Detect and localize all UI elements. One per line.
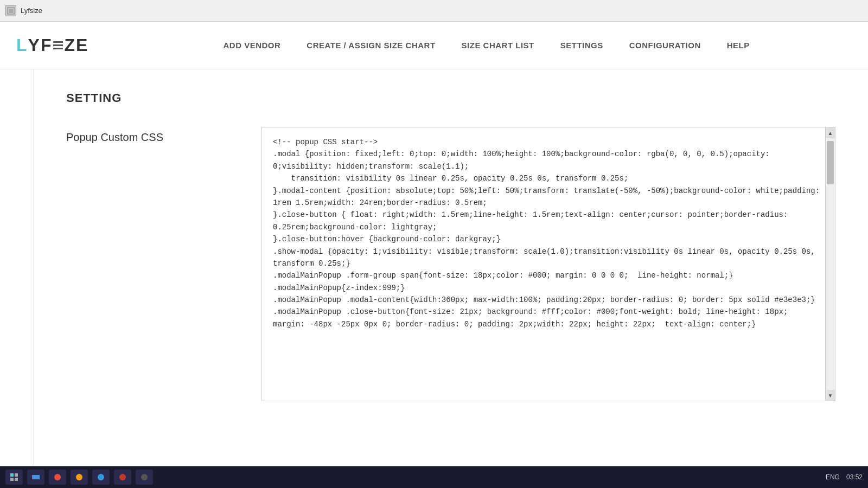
css-editor-container: <!-- popup CSS start--> .modal {position… xyxy=(261,127,835,401)
logo-y: Y xyxy=(28,35,41,55)
taskbar-app2[interactable] xyxy=(49,470,66,485)
svg-point-9 xyxy=(98,474,104,480)
section-title: SETTING xyxy=(66,91,835,105)
content-area: SETTING Popup Custom CSS <!-- popup CSS … xyxy=(34,69,868,488)
taskbar-start[interactable] xyxy=(5,470,23,485)
taskbar-left xyxy=(5,470,153,485)
taskbar-app6[interactable] xyxy=(136,470,153,485)
setting-row: Popup Custom CSS <!-- popup CSS start-->… xyxy=(66,127,835,401)
nav-links: ADD VENDOR CREATE / ASSIGN SIZE CHART SI… xyxy=(121,41,852,50)
scroll-thumb[interactable] xyxy=(827,141,834,184)
svg-rect-3 xyxy=(15,473,18,477)
scroll-down-arrow[interactable]: ▼ xyxy=(826,390,835,401)
app-icon xyxy=(5,5,16,16)
logo-z: Z xyxy=(64,35,76,55)
svg-rect-2 xyxy=(10,473,14,477)
scrollbar[interactable]: ▲ ▼ xyxy=(825,127,835,401)
logo-f: F xyxy=(41,35,53,55)
title-bar: Lyfsize xyxy=(0,0,868,22)
taskbar-app5[interactable] xyxy=(114,470,131,485)
navbar: L Y F Z E ADD VENDOR CREATE / ASSIGN SIZ… xyxy=(0,22,868,69)
nav-configuration[interactable]: CONFIGURATION xyxy=(616,41,714,50)
taskbar-time: 03:52 xyxy=(846,473,863,481)
popup-css-label: Popup Custom CSS xyxy=(66,127,240,144)
svg-rect-5 xyxy=(15,478,18,481)
nav-settings[interactable]: SETTINGS xyxy=(547,41,616,50)
nav-size-chart-list[interactable]: SIZE CHART LIST xyxy=(449,41,547,50)
logo-e: E xyxy=(76,35,88,55)
nav-help[interactable]: HELP xyxy=(714,41,763,50)
scroll-up-arrow[interactable]: ▲ xyxy=(826,127,835,138)
taskbar-right: ENG 03:52 xyxy=(826,473,863,481)
scroll-track[interactable] xyxy=(826,138,835,390)
svg-rect-1 xyxy=(9,9,13,13)
app-title: Lyfsize xyxy=(21,7,42,15)
taskbar-lang: ENG xyxy=(826,473,840,481)
svg-point-7 xyxy=(54,474,61,480)
taskbar-app4[interactable] xyxy=(92,470,110,485)
svg-rect-6 xyxy=(32,475,40,479)
logo: L Y F Z E xyxy=(16,35,88,55)
svg-point-10 xyxy=(119,474,126,480)
svg-point-11 xyxy=(141,474,148,480)
css-editor[interactable]: <!-- popup CSS start--> .modal {position… xyxy=(262,127,835,399)
taskbar-app1[interactable] xyxy=(27,470,44,485)
taskbar: ENG 03:52 xyxy=(0,466,868,488)
taskbar-app3[interactable] xyxy=(71,470,88,485)
logo-s-graphic xyxy=(53,41,63,49)
nav-add-vendor[interactable]: ADD VENDOR xyxy=(210,41,294,50)
svg-rect-4 xyxy=(10,478,14,481)
main-content: SETTING Popup Custom CSS <!-- popup CSS … xyxy=(0,69,868,488)
left-sidebar xyxy=(0,69,34,488)
logo-l: L xyxy=(16,35,28,55)
nav-create-assign[interactable]: CREATE / ASSIGN SIZE CHART xyxy=(293,41,448,50)
svg-point-8 xyxy=(76,474,82,480)
